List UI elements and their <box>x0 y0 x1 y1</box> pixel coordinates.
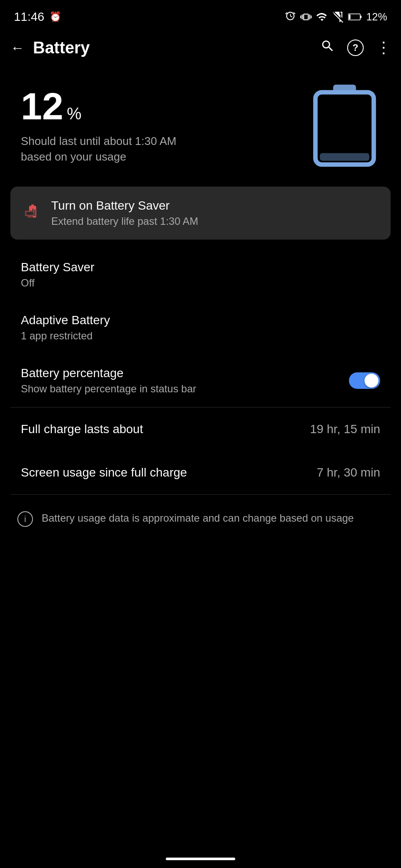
battery-saver-card-title: Turn on Battery Saver <box>51 199 377 213</box>
battery-saver-item[interactable]: Battery Saver Off <box>0 248 401 301</box>
battery-estimate: Should last until about 1:30 AM based on… <box>21 133 186 165</box>
info-icon: i <box>17 511 33 527</box>
adaptive-battery-item-title: Adaptive Battery <box>21 313 380 327</box>
battery-icon-container <box>306 82 384 169</box>
help-icon: ? <box>352 42 358 53</box>
screen-usage-value: 7 hr, 30 min <box>317 466 380 480</box>
battery-percent-number: 12 <box>21 87 63 125</box>
battery-percent-row: 12 % <box>21 87 306 125</box>
battery-saver-card-subtitle: Extend battery life past 1:30 AM <box>51 215 377 227</box>
battery-percentage-item-subtitle: Show battery percentage in status bar <box>21 383 349 395</box>
battery-saver-card-text: Turn on Battery Saver Extend battery lif… <box>51 199 377 227</box>
search-icon <box>320 39 335 53</box>
alarm-icon <box>285 11 296 23</box>
battery-percentage-item[interactable]: Battery percentage Show battery percenta… <box>0 354 401 407</box>
status-bar-left: 11:46 ⏰ <box>14 10 61 24</box>
battery-percentage-toggle[interactable] <box>349 372 380 389</box>
svg-rect-1 <box>360 16 362 18</box>
search-button[interactable] <box>320 39 335 57</box>
battery-saver-item-subtitle: Off <box>21 277 380 289</box>
signal-icon <box>332 11 344 23</box>
full-charge-item: Full charge lasts about 19 hr, 15 min <box>0 408 401 451</box>
full-charge-value: 19 hr, 15 min <box>310 422 380 436</box>
battery-percentage-item-text: Battery percentage Show battery percenta… <box>21 366 349 395</box>
battery-status-icon <box>348 13 362 21</box>
full-charge-label: Full charge lasts about <box>21 422 218 436</box>
screen-usage-item: Screen usage since full charge 7 hr, 30 … <box>0 451 401 494</box>
bottom-nav-indicator <box>166 858 235 860</box>
vibrate-icon <box>300 11 312 23</box>
svg-rect-5 <box>320 153 369 161</box>
screen-usage-label: Screen usage since full charge <box>21 466 218 480</box>
back-button[interactable]: ← <box>10 40 24 56</box>
adaptive-battery-item[interactable]: Adaptive Battery 1 app restricted <box>0 301 401 354</box>
battery-saver-icon <box>24 203 41 220</box>
battery-saver-item-title: Battery Saver <box>21 260 380 274</box>
footer-note: i Battery usage data is approximate and … <box>0 498 401 539</box>
footer-note-text: Battery usage data is approximate and ca… <box>42 510 354 526</box>
app-bar: ← Battery ? ⋮ <box>0 30 401 65</box>
more-options-button[interactable]: ⋮ <box>376 39 391 57</box>
battery-percent-symbol: % <box>67 105 82 123</box>
battery-saver-card-icon <box>24 203 41 223</box>
battery-info: 12 % Should last until about 1:30 AM bas… <box>21 87 306 165</box>
alarm-status-icon: ⏰ <box>49 11 61 23</box>
svg-rect-2 <box>348 15 350 20</box>
toggle-knob <box>365 374 378 388</box>
status-bar-right: 12% <box>285 11 387 23</box>
battery-level-icon <box>312 85 377 167</box>
status-bar: 11:46 ⏰ 12% <box>0 0 401 30</box>
adaptive-battery-item-text: Adaptive Battery 1 app restricted <box>21 313 380 342</box>
battery-saver-card[interactable]: Turn on Battery Saver Extend battery lif… <box>10 187 391 240</box>
section-divider-2 <box>10 494 391 495</box>
battery-percent-status: 12% <box>366 11 387 23</box>
page-title: Battery <box>33 39 320 57</box>
battery-saver-item-text: Battery Saver Off <box>21 260 380 289</box>
adaptive-battery-item-subtitle: 1 app restricted <box>21 330 380 342</box>
status-time: 11:46 <box>14 10 44 24</box>
battery-percentage-item-title: Battery percentage <box>21 366 349 380</box>
app-bar-actions: ? ⋮ <box>320 39 391 57</box>
battery-section: 12 % Should last until about 1:30 AM bas… <box>0 65 401 187</box>
help-button[interactable]: ? <box>347 39 364 56</box>
wifi-icon <box>316 11 328 23</box>
